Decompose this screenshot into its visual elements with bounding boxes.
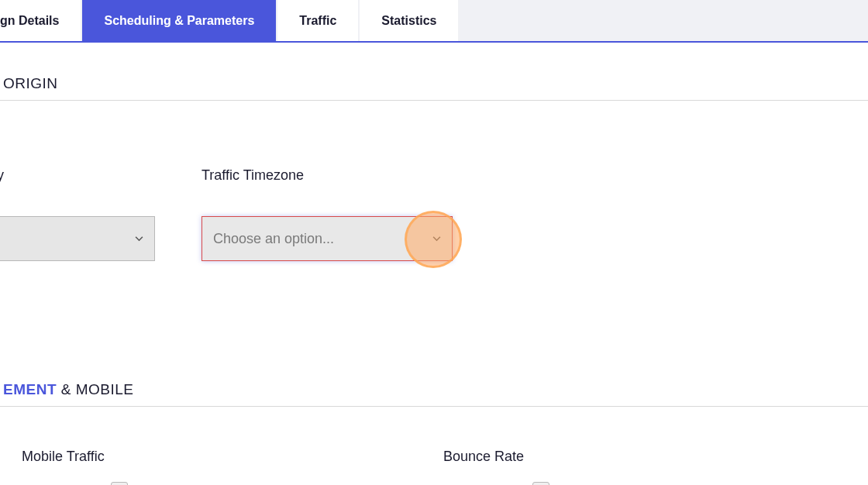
tab-statistics[interactable]: Statistics <box>360 0 458 41</box>
timezone-select[interactable]: Choose an option... <box>202 216 453 261</box>
origin-fields-row: y States Traffic Timezone Choose an opti… <box>0 101 868 261</box>
tab-traffic[interactable]: Traffic <box>277 0 358 41</box>
mobile-traffic-field: Mobile Traffic 50% <box>22 449 425 485</box>
country-select[interactable]: States <box>0 216 155 261</box>
sliders-row: Mobile Traffic 50% Bounce Rate 50% <box>0 407 868 485</box>
bounce-rate-field: Bounce Rate 50% <box>443 449 846 485</box>
section-header-origin: ORIGIN <box>0 43 868 101</box>
timezone-label: Traffic Timezone <box>202 167 480 184</box>
timezone-select-placeholder: Choose an option... <box>213 231 334 247</box>
tabs-bar: gn Details Scheduling & Parameters Traff… <box>0 0 868 43</box>
section-header-em-part: EMENT <box>3 381 57 397</box>
section-engagement-mobile-wrap: EMENT & MOBILE Mobile Traffic 50% Bounce… <box>0 381 868 485</box>
section-header-mob-part: & MOBILE <box>57 381 134 397</box>
country-label: y <box>0 167 202 184</box>
mobile-traffic-label: Mobile Traffic <box>22 449 425 465</box>
tab-campaign-details[interactable]: gn Details <box>0 0 81 41</box>
chevron-down-icon <box>432 235 441 243</box>
bounce-rate-label: Bounce Rate <box>443 449 846 465</box>
timezone-field: Traffic Timezone Choose an option... <box>202 167 480 261</box>
section-header-engagement-mobile: EMENT & MOBILE <box>0 381 868 407</box>
country-field: y States <box>0 167 202 261</box>
chevron-down-icon <box>135 235 143 243</box>
mobile-traffic-slider-thumb[interactable] <box>111 482 128 485</box>
tabs-filler <box>460 0 868 41</box>
content-area: ORIGIN y States Traffic Timezone Choose … <box>0 43 868 485</box>
tab-scheduling-parameters[interactable]: Scheduling & Parameters <box>82 0 276 41</box>
bounce-rate-slider-thumb[interactable] <box>532 482 549 485</box>
